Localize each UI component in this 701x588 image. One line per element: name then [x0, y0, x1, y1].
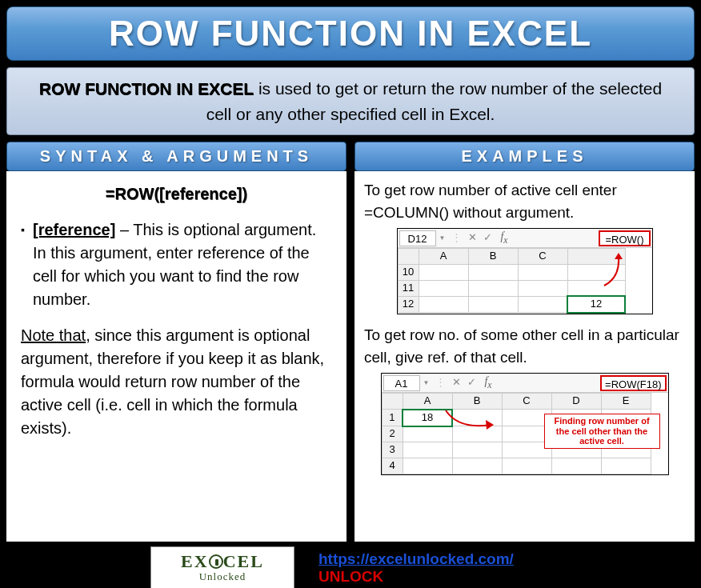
footer: EXCEL Unlocked https://excelunlocked.com… — [6, 542, 695, 588]
bullet-icon: ▪ — [21, 218, 25, 311]
intro-bar: ROW FUNCTION IN EXCEL is used to get or … — [6, 67, 695, 135]
syntax-column: SYNTAX & ARGUMENTS =ROW([reference]) ▪ [… — [6, 142, 346, 542]
fx-icon: fx — [479, 374, 496, 393]
footer-link[interactable]: https://excelunlocked.com/ — [318, 550, 514, 567]
formula-box-1: =ROW() — [599, 230, 650, 246]
intro-bold: ROW FUNCTION IN EXCEL — [39, 79, 254, 98]
excel-mock-2: A1 ▼ ⋮ ✕ ✓ fx =ROW(F18) A B C — [381, 373, 669, 475]
arg-label: [reference] — [33, 221, 115, 238]
examples-column: EXAMPLES To get row number of active cel… — [355, 142, 695, 542]
logo-top: EXCEL — [181, 553, 264, 570]
result-cell-2: 18 — [403, 410, 452, 426]
title-bar: ROW FUNCTION IN EXCEL — [6, 6, 695, 61]
check-icon: ✓ — [464, 375, 479, 390]
note-text: Note that, since this argument is option… — [21, 324, 332, 440]
footer-unlock: UNLOCK — [318, 568, 383, 585]
syntax-header: SYNTAX & ARGUMENTS — [6, 142, 346, 171]
syntax-formula: =ROW([reference]) — [21, 182, 332, 206]
logo-bottom: Unlocked — [199, 570, 246, 583]
example2-text: To get row no. of some other cell in a p… — [364, 324, 685, 368]
cancel-icon: ✕ — [449, 375, 464, 390]
keyhole-icon — [209, 554, 223, 569]
excel-mock-1: D12 ▼ ⋮ ✕ ✓ fx =ROW() A B C — [397, 228, 653, 314]
fx-icon: fx — [495, 229, 512, 248]
page-title: ROW FUNCTION IN EXCEL — [7, 14, 694, 54]
note-label: Note that — [21, 326, 86, 344]
namebox-2: A1 — [383, 375, 420, 391]
dropdown-icon: ▼ — [436, 234, 449, 243]
intro-rest: is used to get or return the row number … — [206, 79, 663, 123]
arg-desc: [reference] – This is optional argument.… — [33, 218, 332, 311]
formula-box-2: =ROW(F18) — [600, 375, 666, 391]
dropdown-icon: ▼ — [420, 378, 433, 388]
annotation-box: Finding row number of the cell other tha… — [544, 414, 660, 449]
cancel-icon: ✕ — [465, 230, 480, 246]
namebox-1: D12 — [399, 230, 436, 246]
examples-header: EXAMPLES — [355, 142, 695, 171]
check-icon: ✓ — [480, 230, 495, 246]
logo: EXCEL Unlocked — [150, 546, 294, 588]
example1-text: To get row number of active cell enter =… — [364, 179, 685, 223]
result-cell-1: 12 — [567, 296, 625, 313]
